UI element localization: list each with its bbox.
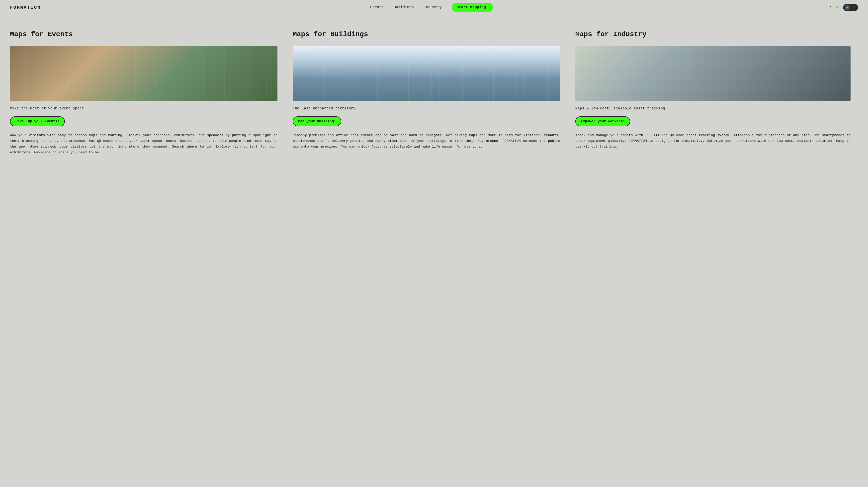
main-content: Maps for Events Make the most of your ev…	[0, 15, 868, 170]
nav-link-events[interactable]: Events	[370, 5, 384, 9]
industry-image	[575, 46, 850, 101]
events-image	[10, 46, 277, 101]
start-mapping-button[interactable]: Start Mapping!	[452, 3, 493, 12]
theme-toggle[interactable]: ☀ ☾	[843, 4, 858, 11]
industry-column: Maps for Industry Maps & low-cost, scala…	[575, 30, 858, 156]
nav-right: DE / EN ☀ ☾	[823, 4, 858, 11]
buildings-title: Maps for Buildings	[293, 30, 560, 39]
columns-grid: Maps for Events Make the most of your ev…	[10, 30, 858, 156]
industry-body: Track and manage your assets with FORMAT…	[575, 133, 850, 150]
buildings-cta-button[interactable]: Map your Building!	[293, 117, 341, 126]
logo: FORMATION	[10, 5, 41, 10]
lang-separator: /	[829, 5, 831, 9]
events-column: Maps for Events Make the most of your ev…	[10, 30, 285, 156]
light-mode-icon[interactable]: ☀	[844, 5, 850, 10]
industry-cta-button[interactable]: Empower your workers!	[575, 117, 630, 126]
events-body: Wow your visitors with easy to access ma…	[10, 133, 277, 156]
nav-links: Events Buildings Industry Start Mapping!	[370, 3, 493, 12]
events-subtitle: Make the most of your event space	[10, 106, 277, 112]
nav-link-industry[interactable]: Industry	[424, 5, 442, 9]
dark-mode-icon[interactable]: ☾	[851, 5, 857, 10]
nav-link-buildings[interactable]: Buildings	[394, 5, 414, 9]
events-cta-button[interactable]: Level up your Events!	[10, 117, 65, 126]
industry-title: Maps for Industry	[575, 30, 850, 39]
top-divider	[10, 25, 858, 25]
navbar: FORMATION Events Buildings Industry Star…	[0, 0, 868, 15]
industry-subtitle: Maps & low-cost, scalable asset tracking	[575, 106, 850, 112]
events-title: Maps for Events	[10, 30, 277, 39]
buildings-image	[293, 46, 560, 101]
buildings-column: Maps for Buildings The last uncharted te…	[293, 30, 568, 156]
lang-de[interactable]: DE	[823, 5, 827, 9]
buildings-subtitle: The last uncharted territory	[293, 106, 560, 112]
buildings-body: Company premises and office real estate …	[293, 133, 560, 150]
language-switcher[interactable]: DE / EN	[823, 5, 838, 9]
lang-en[interactable]: EN	[834, 5, 838, 9]
